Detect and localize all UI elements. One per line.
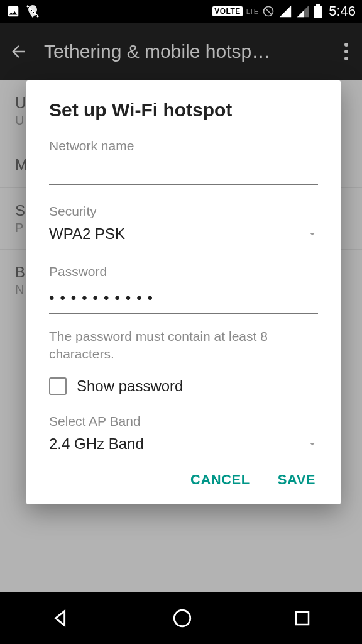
security-field[interactable]: Security WPA2 PSK bbox=[49, 204, 318, 245]
nav-home-icon[interactable] bbox=[172, 608, 193, 629]
ap-band-label: Select AP Band bbox=[49, 414, 318, 429]
security-value: WPA2 PSK bbox=[49, 223, 125, 245]
no-sim-icon bbox=[262, 5, 275, 18]
navigation-bar bbox=[0, 592, 362, 644]
ap-band-field[interactable]: Select AP Band 2.4 GHz Band bbox=[49, 414, 318, 455]
password-field: Password •••••••••• bbox=[49, 264, 318, 314]
chevron-down-icon bbox=[307, 438, 318, 450]
network-name-field: Network name bbox=[49, 138, 318, 185]
status-bar: VOLTE LTE 5:46 bbox=[0, 0, 362, 23]
lte-indicator: LTE bbox=[246, 8, 258, 15]
location-off-icon bbox=[25, 4, 40, 19]
show-password-label: Show password bbox=[77, 377, 183, 395]
clock: 5:46 bbox=[329, 3, 356, 19]
back-icon[interactable] bbox=[9, 42, 28, 61]
security-label: Security bbox=[49, 204, 318, 219]
signal-1-icon bbox=[278, 4, 292, 18]
signal-2-icon bbox=[296, 4, 310, 18]
show-password-row[interactable]: Show password bbox=[49, 377, 318, 395]
chevron-down-icon bbox=[307, 228, 318, 240]
save-button[interactable]: SAVE bbox=[278, 472, 315, 488]
cancel-button[interactable]: CANCEL bbox=[190, 472, 250, 488]
nav-back-icon[interactable] bbox=[50, 608, 72, 629]
svg-line-3 bbox=[265, 8, 272, 14]
network-name-input[interactable] bbox=[49, 157, 318, 185]
volte-badge: VOLTE bbox=[212, 6, 243, 16]
dialog-actions: CANCEL SAVE bbox=[49, 462, 318, 494]
password-hint: The password must contain at least 8 cha… bbox=[49, 328, 318, 364]
password-label: Password bbox=[49, 264, 318, 279]
image-icon bbox=[6, 4, 20, 18]
svg-rect-7 bbox=[296, 612, 309, 625]
overflow-menu-icon[interactable] bbox=[339, 38, 353, 65]
nav-recent-icon[interactable] bbox=[293, 609, 312, 628]
show-password-checkbox[interactable] bbox=[49, 377, 67, 395]
network-name-label: Network name bbox=[49, 138, 318, 153]
page-title: Tethering & mobile hotsp… bbox=[44, 41, 323, 62]
battery-icon bbox=[314, 4, 322, 19]
svg-point-6 bbox=[174, 610, 190, 626]
ap-band-value: 2.4 GHz Band bbox=[49, 433, 144, 455]
svg-rect-5 bbox=[316, 4, 320, 6]
wifi-hotspot-dialog: Set up Wi-Fi hotspot Network name Securi… bbox=[26, 80, 341, 504]
password-input[interactable]: •••••••••• bbox=[49, 283, 318, 314]
app-bar: Tethering & mobile hotsp… bbox=[0, 23, 362, 80]
svg-rect-4 bbox=[314, 6, 322, 18]
dialog-title: Set up Wi-Fi hotspot bbox=[49, 99, 318, 121]
